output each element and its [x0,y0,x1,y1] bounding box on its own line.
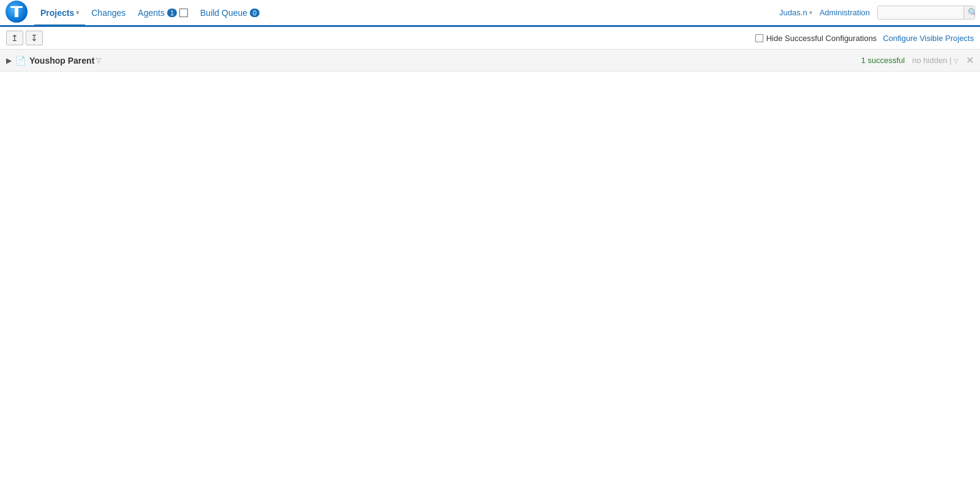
project-expand-arrow[interactable]: ▶ [6,56,12,65]
logo[interactable] [5,0,28,25]
nav-projects[interactable]: Projects ▾ [34,1,85,26]
header: Projects ▾ Changes Agents 1 Build Queue … [0,0,980,27]
nav-changes[interactable]: Changes [85,0,132,25]
agents-badge: 1 [167,9,177,17]
user-menu[interactable]: Judas.n ▾ [779,8,812,17]
toolbar-left: ↥ ↧ [6,31,43,45]
toolbar-right: Hide Successful Configurations Configure… [755,34,974,43]
hide-successful-text: Hide Successful Configurations [766,34,877,43]
projects-list: ▶ 📄 Youshop Parent ▽ 1 successful no hid… [0,50,980,72]
expand-all-icon: ↥ [11,33,18,43]
search-box: 🔍 [877,6,975,20]
collapse-all-icon: ↧ [31,33,38,43]
project-name: Youshop Parent [29,56,94,66]
search-input[interactable] [878,6,963,19]
main-nav: Projects ▾ Changes Agents 1 Build Queue … [34,0,266,25]
project-status: 1 successful [861,56,905,65]
hide-successful-checkbox[interactable] [755,34,763,42]
project-row-right: 1 successful no hidden | ▽ ✕ [861,54,974,66]
projects-dropdown-arrow: ▾ [76,9,79,16]
pipe-separator: | [949,56,954,65]
svg-rect-2 [15,6,18,17]
collapse-all-button[interactable]: ↧ [26,31,43,45]
project-dropdown-small-arrow[interactable]: ▽ [954,58,959,64]
project-dropdown-arrow[interactable]: ▽ [96,56,101,64]
project-close-icon[interactable]: ✕ [966,54,974,66]
project-folder-icon: 📄 [15,56,26,66]
username: Judas.n [779,8,807,17]
hide-successful-checkbox-label[interactable]: Hide Successful Configurations [755,34,877,43]
header-right: Judas.n ▾ Administration 🔍 [779,6,975,20]
project-hidden-count: no hidden | ▽ [912,56,959,65]
project-row: ▶ 📄 Youshop Parent ▽ 1 successful no hid… [0,50,980,72]
toolbar: ↥ ↧ Hide Successful Configurations Confi… [0,27,980,50]
user-dropdown-arrow: ▾ [809,9,812,16]
build-queue-badge: 0 [250,9,260,17]
agent-status-indicator [179,9,188,17]
expand-all-button[interactable]: ↥ [6,31,23,45]
nav-agents[interactable]: Agents 1 [132,0,194,25]
configure-visible-projects-link[interactable]: Configure Visible Projects [883,34,974,43]
nav-build-queue[interactable]: Build Queue 0 [194,0,266,25]
search-button[interactable]: 🔍 [963,6,975,19]
admin-link[interactable]: Administration [820,8,870,17]
